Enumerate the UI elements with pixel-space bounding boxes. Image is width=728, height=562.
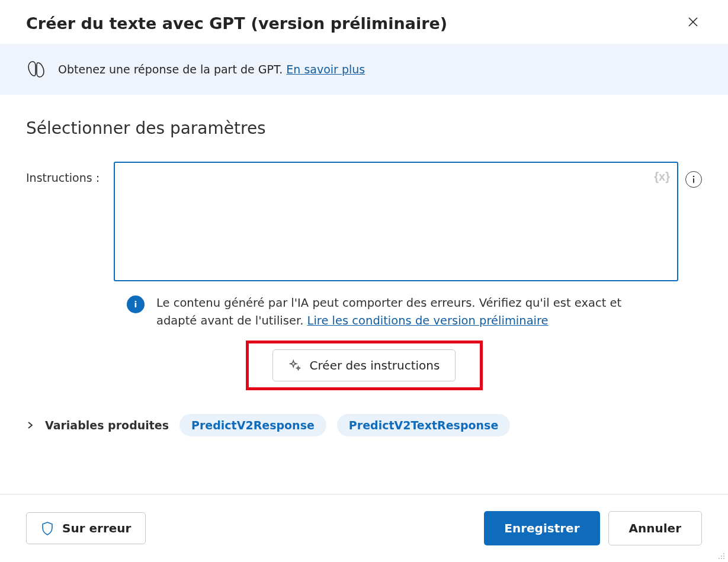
footer-actions: Enregistrer Annuler	[484, 511, 702, 545]
sparkle-icon	[288, 359, 302, 372]
produced-variables-label: Variables produites	[45, 419, 169, 432]
variable-pill-predictv2response[interactable]: PredictV2Response	[179, 414, 326, 436]
svg-point-8	[721, 558, 722, 559]
learn-more-link[interactable]: En savoir plus	[286, 63, 365, 76]
dialog-header: Créer du texte avec GPT (version prélimi…	[0, 0, 728, 44]
instructions-input-wrap: {x}	[114, 162, 678, 284]
svg-point-9	[723, 558, 724, 559]
close-icon	[688, 15, 698, 30]
info-banner: Obtenez une réponse de la part de GPT. E…	[0, 44, 728, 95]
instructions-row: Instructions : {x}	[26, 162, 702, 284]
on-error-button[interactable]: Sur erreur	[26, 512, 146, 544]
svg-point-4	[723, 553, 724, 554]
section-title: Sélectionner des paramètres	[26, 118, 702, 138]
copilot-icon	[26, 59, 46, 79]
on-error-label: Sur erreur	[62, 521, 131, 535]
instructions-label: Instructions :	[26, 162, 107, 184]
svg-point-2	[693, 176, 695, 178]
svg-point-6	[723, 555, 724, 557]
cancel-button[interactable]: Annuler	[608, 511, 702, 545]
save-button[interactable]: Enregistrer	[484, 511, 599, 545]
info-badge-icon: i	[127, 296, 145, 313]
dialog-footer: Sur erreur Enregistrer Annuler	[0, 494, 728, 562]
info-icon[interactable]	[685, 171, 702, 188]
dialog-title: Créer du texte avec GPT (version prélimi…	[26, 14, 447, 33]
dialog-title-text: Créer du texte avec GPT	[26, 14, 245, 33]
produced-variables-row: Variables produites PredictV2Response Pr…	[26, 414, 702, 436]
ai-notice-text: Le contenu généré par l'IA peut comporte…	[156, 294, 636, 330]
svg-rect-3	[693, 178, 694, 183]
preview-terms-link[interactable]: Lire les conditions de version prélimina…	[307, 314, 549, 327]
resize-grip-icon	[716, 550, 726, 560]
dialog-title-suffix: (version préliminaire)	[251, 14, 448, 33]
banner-text-label: Obtenez une réponse de la part de GPT.	[58, 63, 286, 76]
highlight-box: Créer des instructions	[246, 341, 483, 390]
svg-point-5	[721, 555, 722, 557]
instructions-input[interactable]	[114, 162, 678, 281]
banner-text: Obtenez une réponse de la part de GPT. E…	[58, 63, 365, 76]
dialog: Créer du texte avec GPT (version prélimi…	[0, 0, 728, 562]
svg-point-7	[719, 558, 720, 559]
chevron-right-icon[interactable]	[26, 419, 34, 432]
create-instructions-label: Créer des instructions	[310, 358, 440, 372]
main-content: Sélectionner des paramètres Instructions…	[0, 95, 728, 494]
variable-pill-predictv2textresponse[interactable]: PredictV2TextResponse	[337, 414, 510, 436]
ai-notice: i Le contenu généré par l'IA peut compor…	[127, 294, 636, 330]
shield-icon	[41, 521, 54, 535]
close-button[interactable]	[684, 13, 702, 33]
create-instructions-button[interactable]: Créer des instructions	[272, 349, 456, 381]
